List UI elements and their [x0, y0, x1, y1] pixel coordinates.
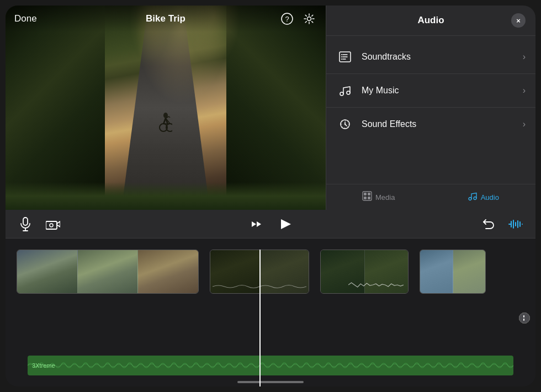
timeline-inner: 27.0s 3Xtreme [17, 250, 524, 386]
svg-rect-36 [523, 319, 524, 321]
svg-point-25 [469, 198, 471, 200]
video-title: Bike Trip [146, 13, 185, 24]
audio-tab-bar: Media Audio [326, 184, 535, 210]
video-icons: ? [279, 11, 317, 27]
close-audio-button[interactable]: × [511, 13, 526, 28]
audio-wave-button[interactable] [507, 215, 524, 233]
svg-rect-24 [368, 197, 370, 199]
svg-point-18 [347, 91, 350, 94]
toolbar-left [17, 215, 62, 233]
play-button[interactable] [276, 215, 294, 233]
audio-tab-label: Audio [481, 193, 499, 202]
audio-panel-title: Audio [351, 15, 511, 26]
sound-effects-label: Sound Effects [362, 119, 523, 129]
svg-point-19 [344, 123, 346, 125]
help-button[interactable]: ? [279, 11, 295, 27]
cyclist-silhouette [159, 111, 172, 132]
clip-1-frame-3 [138, 250, 198, 293]
my-music-icon [336, 82, 354, 99]
svg-point-14 [341, 54, 342, 55]
sound-effects-item[interactable]: Sound Effects › [326, 108, 535, 141]
light-rays [6, 6, 326, 210]
undo-button[interactable] [479, 215, 497, 233]
soundtracks-label: Soundtracks [362, 52, 523, 62]
svg-rect-23 [364, 197, 367, 199]
device-frame: Done Bike Trip ? [6, 6, 535, 386]
soundtracks-item[interactable]: Soundtracks › [326, 40, 535, 74]
my-music-label: My Music [362, 86, 523, 96]
svg-rect-27 [23, 218, 28, 225]
svg-point-30 [50, 224, 53, 227]
clip-4[interactable]: 27.0s [420, 250, 486, 294]
audio-panel-header: Audio × [326, 6, 535, 36]
waveform-svg [28, 356, 513, 375]
media-tab[interactable]: Media [326, 184, 431, 210]
sound-effects-icon [336, 115, 354, 133]
toolbar [6, 210, 535, 239]
video-background [6, 6, 326, 210]
clip-1-frame-2 [78, 250, 139, 293]
top-section: Done Bike Trip ? [6, 6, 535, 210]
clip-1[interactable] [17, 250, 199, 294]
clips-track: 27.0s [17, 250, 524, 294]
clip-4-segment [420, 250, 485, 293]
home-indicator [237, 381, 304, 383]
audio-tab[interactable]: Audio [431, 184, 536, 210]
media-tab-label: Media [375, 193, 395, 202]
svg-rect-22 [368, 193, 370, 195]
my-music-item[interactable]: My Music › [326, 74, 535, 108]
svg-line-9 [169, 116, 170, 118]
timeline[interactable]: 27.0s 3Xtreme [6, 239, 535, 386]
audio-items-list: Soundtracks › My Music › [326, 36, 535, 184]
playhead [259, 250, 261, 386]
svg-point-12 [307, 17, 311, 21]
soundtracks-icon [336, 48, 354, 66]
camera-button[interactable] [44, 215, 62, 233]
svg-point-16 [341, 59, 342, 60]
settings-button[interactable] [301, 11, 317, 27]
bottom-section: 27.0s 3Xtreme [6, 210, 535, 386]
svg-point-17 [340, 92, 343, 96]
done-button[interactable]: Done [14, 13, 37, 24]
clip-4-frame-2 [453, 250, 486, 293]
toolbar-center [62, 215, 479, 233]
media-tab-icon [362, 191, 372, 203]
mic-button[interactable] [17, 215, 34, 233]
toolbar-right [479, 215, 524, 233]
svg-point-26 [474, 197, 476, 200]
audio-panel: Audio × Soundtracks [326, 6, 535, 210]
my-music-chevron: › [523, 86, 526, 96]
clip-4-frame-1 [420, 250, 453, 293]
sound-effects-chevron: › [523, 119, 526, 129]
clip-3[interactable] [320, 250, 409, 294]
video-header: Done Bike Trip ? [6, 6, 326, 32]
video-preview: Done Bike Trip ? [6, 6, 326, 210]
clip-1-frame-1 [17, 250, 78, 293]
audio-green-track[interactable]: 3Xtreme [28, 356, 513, 375]
svg-point-15 [341, 56, 342, 57]
audio-tab-icon [468, 191, 478, 203]
audio-track-label: 3Xtreme [32, 362, 55, 369]
svg-text:?: ? [285, 15, 289, 23]
split-btn-3[interactable] [519, 312, 530, 324]
vegetation [6, 182, 326, 210]
clip-1-segment [17, 250, 198, 293]
svg-rect-35 [523, 315, 524, 317]
svg-rect-21 [364, 193, 367, 195]
soundtracks-chevron: › [523, 52, 526, 62]
rewind-button[interactable] [247, 215, 265, 233]
